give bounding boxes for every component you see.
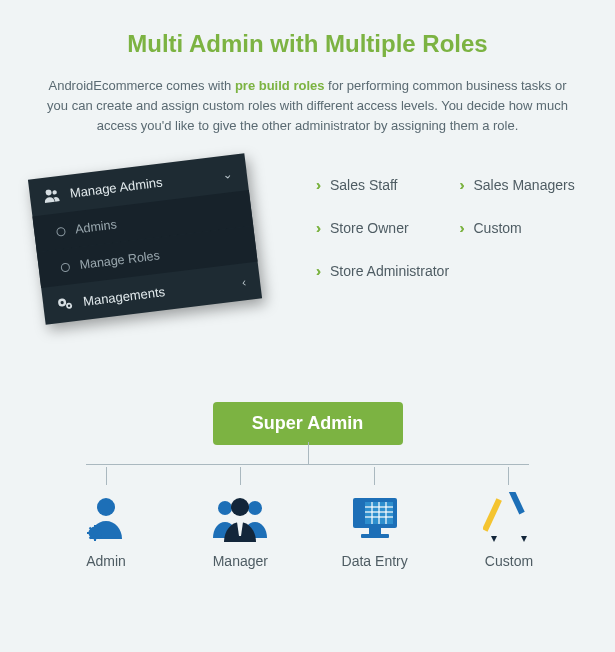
- node-manager: Manager: [180, 467, 300, 569]
- node-data-entry: Data Entry: [315, 467, 435, 569]
- custom-icon: [449, 491, 569, 543]
- svg-rect-22: [369, 528, 381, 534]
- bullet-icon: [60, 262, 70, 272]
- subtitle-pre: AndroidEcommerce comes with: [48, 78, 234, 93]
- node-label: Custom: [449, 553, 569, 569]
- menu-header-label: Manage Admins: [69, 175, 163, 201]
- node-label: Data Entry: [315, 553, 435, 569]
- tree-vline: [508, 467, 509, 485]
- node-admin: Admin: [46, 467, 166, 569]
- role-item: ››Sales Staff: [316, 176, 436, 193]
- role-label: Custom: [474, 220, 522, 236]
- tree-vline: [240, 467, 241, 485]
- role-item: ››Store Owner: [316, 219, 436, 236]
- tree-vline: [106, 467, 107, 485]
- role-item: ››Sales Managers: [460, 176, 580, 193]
- svg-rect-24: [483, 499, 502, 532]
- subtitle: AndroidEcommerce comes with pre build ro…: [36, 76, 579, 136]
- page-title: Multi Admin with Multiple Roles: [36, 30, 579, 58]
- role-label: Store Owner: [330, 220, 409, 236]
- svg-point-12: [248, 501, 262, 515]
- menu-item-label: Admins: [74, 218, 117, 237]
- manager-icon: [180, 491, 300, 543]
- node-label: Admin: [46, 553, 166, 569]
- node-custom: Custom: [449, 467, 569, 569]
- tree-vline: [374, 467, 375, 485]
- role-item: ››Store Administrator: [316, 262, 579, 279]
- admin-icon: [46, 491, 166, 543]
- svg-marker-27: [521, 536, 527, 542]
- role-item: ››Custom: [460, 219, 580, 236]
- bullet-icon: [56, 227, 66, 237]
- roles-list: ››Sales Staff ››Sales Managers ››Store O…: [316, 166, 579, 279]
- node-label: Manager: [180, 553, 300, 569]
- subtitle-highlight: pre build roles: [235, 78, 325, 93]
- users-icon: [43, 188, 61, 204]
- chevron-down-icon: ⌄: [222, 167, 234, 182]
- gears-icon: [56, 296, 74, 312]
- svg-point-11: [218, 501, 232, 515]
- super-admin-badge: Super Admin: [213, 402, 403, 445]
- data-entry-icon: [315, 491, 435, 543]
- tree-hbar: [86, 464, 529, 465]
- svg-marker-26: [491, 536, 497, 542]
- role-label: Sales Managers: [474, 177, 575, 193]
- menu-item-label: Manage Roles: [79, 249, 161, 273]
- hierarchy: Super Admin Admin Manager: [36, 402, 579, 569]
- svg-rect-23: [361, 534, 389, 538]
- tree-stem: [308, 442, 309, 464]
- role-label: Store Administrator: [330, 263, 449, 279]
- role-label: Sales Staff: [330, 177, 397, 193]
- admin-menu-card: Manage Admins ⌄ Admins Manage Roles Mana…: [28, 154, 262, 325]
- menu-footer-label: Managements: [82, 284, 166, 309]
- svg-point-4: [97, 498, 115, 516]
- chevron-left-icon: ‹: [241, 275, 247, 289]
- svg-rect-25: [505, 492, 525, 514]
- svg-point-13: [231, 498, 249, 516]
